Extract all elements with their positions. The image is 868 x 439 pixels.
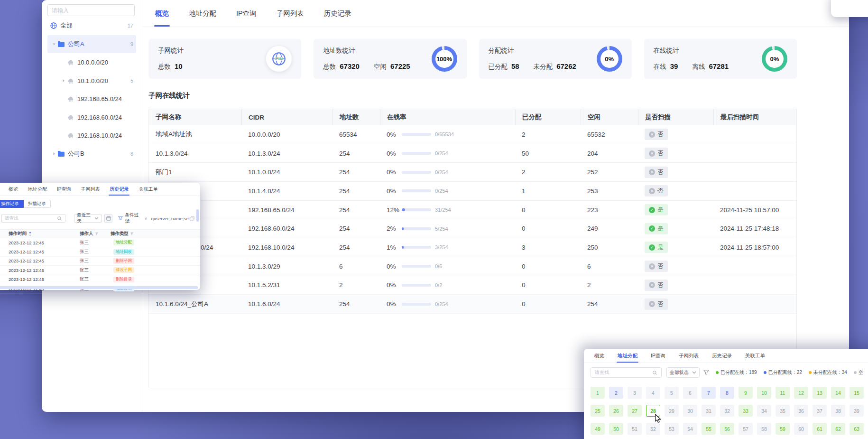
history-row-1[interactable]: 2023-12-12 12:45张三地址回收 xyxy=(0,247,200,256)
sidebar-item-0[interactable]: 全部17 xyxy=(47,17,136,35)
table-row-7[interactable]: 10.1.3.0/2960%0/606✕否 xyxy=(149,257,796,276)
ip-cell-55[interactable]: 55 xyxy=(702,423,716,435)
ip-cell-4[interactable]: 4 xyxy=(646,387,660,399)
ip-cell-13[interactable]: 13 xyxy=(813,387,827,399)
sidebar-item-2[interactable]: 10.0.0.0/20 xyxy=(47,53,136,72)
main-tab-address-allocation[interactable]: 地址分配 xyxy=(189,0,216,27)
date-range-select[interactable]: 最近三天 xyxy=(74,214,101,223)
table-row-3[interactable]: 10.1.4.0/242540%0/2541253✕否 xyxy=(149,182,796,201)
ip-cell-27[interactable]: 27 xyxy=(628,405,642,417)
table-row-2[interactable]: 部门110.1.0.0/242540%0/2542252✕否 xyxy=(149,163,796,182)
filter-icon[interactable] xyxy=(95,232,99,236)
ip-cell-25[interactable]: 25 xyxy=(591,405,605,417)
ip-cell-62[interactable]: 62 xyxy=(831,423,845,435)
ip-cell-3[interactable]: 3 xyxy=(628,387,642,399)
alloc-tab-subnet-list[interactable]: 子网列表 xyxy=(679,349,699,363)
ip-cell-58[interactable]: 58 xyxy=(757,423,771,435)
table-row-5[interactable]: 192.168.60.0/242542%5/2540249✓是2024-11-2… xyxy=(149,219,796,238)
ip-cell-35[interactable]: 35 xyxy=(776,405,790,417)
history-row-3[interactable]: 2023-12-12 12:45张三修改子网 xyxy=(0,266,200,275)
sort-icon[interactable] xyxy=(28,232,32,236)
ip-cell-53[interactable]: 53 xyxy=(665,423,679,435)
sidebar-item-5[interactable]: 192.168.60.0/24 xyxy=(47,108,136,127)
table-row-0[interactable]: 地域A地址池10.0.0.0/20655340%0/65534265532✕否 xyxy=(149,125,796,144)
alloc-tab-overview[interactable]: 概览 xyxy=(594,349,604,363)
ip-cell-51[interactable]: 51 xyxy=(628,423,642,435)
sidebar-item-3[interactable]: 10.1.0.0/205 xyxy=(47,72,136,90)
sidebar-item-7[interactable]: 公司B8 xyxy=(47,145,136,163)
ip-cell-30[interactable]: 30 xyxy=(683,405,697,417)
ip-cell-34[interactable]: 34 xyxy=(757,405,771,417)
alloc-tab-work-order[interactable]: 关联工单 xyxy=(745,349,765,363)
main-tab-history[interactable]: 历史记录 xyxy=(324,0,351,27)
ip-cell-14[interactable]: 14 xyxy=(831,387,845,399)
history-horizontal-scrollbar[interactable] xyxy=(0,286,198,289)
calendar-button[interactable] xyxy=(104,214,113,223)
sidebar-item-4[interactable]: 192.168.65.0/24 xyxy=(47,90,136,108)
alloc-tab-ip-query[interactable]: IP查询 xyxy=(651,349,665,363)
ip-cell-49[interactable]: 49 xyxy=(591,423,605,435)
ip-cell-37[interactable]: 37 xyxy=(813,405,827,417)
table-row-9[interactable]: 10.1.6.0/24_公司A10.1.6.0/242540%0/2540254… xyxy=(149,295,796,314)
history-row-4[interactable]: 2023-12-12 12:45张三删除目录 xyxy=(0,275,200,284)
table-row-8[interactable]: 10.1.5.2/3120%0/202✕否 xyxy=(149,276,796,295)
ip-cell-9[interactable]: 9 xyxy=(739,387,753,399)
caret-down-icon[interactable] xyxy=(50,42,58,46)
ip-cell-31[interactable]: 31 xyxy=(702,405,716,417)
history-tab-address-allocation[interactable]: 地址分配 xyxy=(28,183,47,196)
history-subtab-1[interactable]: 扫描记录 xyxy=(24,200,51,208)
main-tab-ip-query[interactable]: IP查询 xyxy=(236,0,257,27)
copy-icon[interactable] xyxy=(190,216,194,221)
history-subtab-0[interactable]: 操作记录 xyxy=(0,200,24,208)
ip-cell-57[interactable]: 57 xyxy=(739,423,753,435)
ip-cell-5[interactable]: 5 xyxy=(665,387,679,399)
ip-cell-50[interactable]: 50 xyxy=(609,423,623,435)
caret-right-icon[interactable] xyxy=(60,79,67,83)
history-tab-ip-query[interactable]: IP查询 xyxy=(57,183,71,196)
allocation-search-input[interactable]: 请查找 xyxy=(591,367,662,378)
ip-cell-26[interactable]: 26 xyxy=(609,405,623,417)
table-row-4[interactable]: 192.168.65.0/2425412%31/2540223✓是2024-11… xyxy=(149,201,796,220)
ip-cell-33[interactable]: 33 xyxy=(739,405,753,417)
ip-cell-1[interactable]: 1 xyxy=(591,387,605,399)
sidebar-item-1[interactable]: 公司A9 xyxy=(47,35,136,54)
ip-cell-12[interactable]: 12 xyxy=(794,387,808,399)
history-tab-history[interactable]: 历史记录 xyxy=(110,183,129,196)
ip-cell-54[interactable]: 54 xyxy=(683,423,697,435)
alloc-tab-address-allocation[interactable]: 地址分配 xyxy=(618,349,637,363)
history-search-input[interactable]: 请查找 xyxy=(1,214,65,223)
table-row-6[interactable]: 0/24192.168.10.0/242541%3/2543250✓是2024-… xyxy=(149,238,796,257)
status-select[interactable]: 全部状态 xyxy=(666,367,700,378)
ip-cell-36[interactable]: 36 xyxy=(794,405,808,417)
ip-cell-11[interactable]: 11 xyxy=(776,387,790,399)
filter-icon[interactable] xyxy=(130,232,134,236)
main-tab-subnet-list[interactable]: 子网列表 xyxy=(277,0,304,27)
ip-cell-15[interactable]: 15 xyxy=(850,387,864,399)
alloc-tab-history[interactable]: 历史记录 xyxy=(712,349,732,363)
ip-cell-7[interactable]: 7 xyxy=(702,387,716,399)
ip-cell-59[interactable]: 59 xyxy=(776,423,790,435)
ip-cell-39[interactable]: 39 xyxy=(850,405,864,417)
ip-cell-6[interactable]: 6 xyxy=(683,387,697,399)
history-tab-subnet-list[interactable]: 子网列表 xyxy=(81,183,100,196)
history-tab-overview[interactable]: 概览 xyxy=(9,183,18,196)
main-tab-overview[interactable]: 概览 xyxy=(155,0,169,27)
ip-cell-8[interactable]: 8 xyxy=(720,387,734,399)
sidebar-search-input[interactable] xyxy=(47,4,135,16)
ip-cell-63[interactable]: 63 xyxy=(850,423,864,435)
ip-cell-61[interactable]: 61 xyxy=(813,423,827,435)
sidebar-item-6[interactable]: 192.168.10.0/24 xyxy=(47,127,136,145)
ip-cell-2[interactable]: 2 xyxy=(609,387,623,399)
funnel-icon[interactable] xyxy=(703,370,709,375)
history-row-0[interactable]: 2023-12-12 12:45张三地址分配 xyxy=(0,238,200,247)
ip-cell-60[interactable]: 60 xyxy=(794,423,808,435)
ip-cell-10[interactable]: 10 xyxy=(757,387,771,399)
ip-cell-32[interactable]: 32 xyxy=(720,405,734,417)
history-tab-work-order[interactable]: 关联工单 xyxy=(139,183,157,196)
history-row-2[interactable]: 2023-12-12 12:45张三删除子网 xyxy=(0,257,200,266)
condition-filter-button[interactable]: 条件过滤 ∨ xyxy=(118,212,147,224)
ip-cell-38[interactable]: 38 xyxy=(831,405,845,417)
ip-cell-56[interactable]: 56 xyxy=(720,423,734,435)
caret-right-icon[interactable] xyxy=(50,152,58,156)
ip-cell-29[interactable]: 29 xyxy=(665,405,679,417)
